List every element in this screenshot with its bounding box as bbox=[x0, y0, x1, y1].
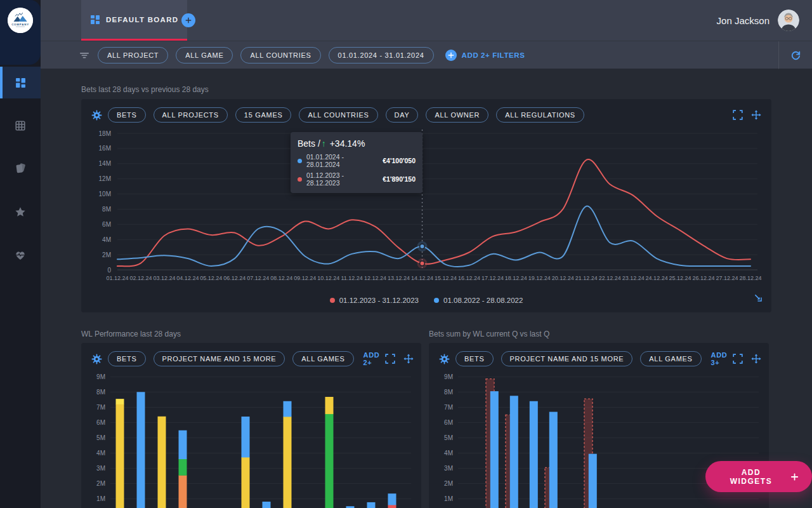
move-icon[interactable] bbox=[751, 354, 761, 364]
widget-filter-chips: BETSPROJECT NAME AND 15 MOREALL GAMES bbox=[455, 351, 702, 366]
svg-text:18.12.24: 18.12.24 bbox=[505, 275, 527, 281]
legend-dot bbox=[434, 298, 439, 303]
top-bar: DEFAULT BOARD Jon Jackson bbox=[41, 0, 812, 41]
widget-settings-button[interactable] bbox=[91, 354, 102, 364]
add-filter-link[interactable]: ADD 2+ bbox=[363, 351, 380, 366]
filter-chip[interactable]: ALL GAMES bbox=[640, 351, 701, 366]
add-filter-link[interactable]: ADD 3+ bbox=[711, 351, 728, 366]
svg-text:1M: 1M bbox=[96, 495, 105, 502]
svg-text:19.12.24: 19.12.24 bbox=[528, 275, 551, 281]
svg-text:0: 0 bbox=[107, 267, 111, 274]
widget-filter-chips: BETSALL PROJECTS15 GAMESALL COUNTRIESDAY… bbox=[108, 107, 584, 123]
filter-chip[interactable]: ALL REGULATIONS bbox=[496, 107, 584, 123]
tab-default-board[interactable]: DEFAULT BOARD bbox=[81, 0, 187, 41]
svg-text:3M: 3M bbox=[96, 465, 105, 472]
svg-text:16M: 16M bbox=[99, 145, 111, 152]
tooltip-title: Bets /↑ +34.14% bbox=[298, 138, 416, 149]
legend-item[interactable]: 01.12.2023 - 31.12.2023 bbox=[330, 297, 419, 304]
filter-chip[interactable]: ALL PROJECTS bbox=[154, 107, 228, 123]
sidebar-item-health[interactable] bbox=[0, 239, 41, 271]
filter-chip[interactable]: 15 GAMES bbox=[235, 107, 292, 123]
move-icon[interactable] bbox=[751, 110, 761, 120]
add-filters-label: ADD 2+ FILTERS bbox=[462, 51, 525, 59]
dashboard-icon bbox=[15, 77, 26, 88]
filter-chip[interactable]: PROJECT NAME AND 15 MORE bbox=[501, 351, 633, 366]
sidebar-item-favorites[interactable] bbox=[0, 196, 41, 228]
fullscreen-icon[interactable] bbox=[733, 354, 743, 364]
widget-wl-performance: BETSPROJECT NAME AND 15 MOREALL GAMES AD… bbox=[81, 343, 421, 508]
gear-icon bbox=[91, 354, 102, 364]
add-board-button[interactable] bbox=[181, 13, 195, 27]
svg-text:10.12.24: 10.12.24 bbox=[317, 275, 339, 281]
chart-tooltip: Bets /↑ +34.14% 01.01.2024 - 28.01.2024€… bbox=[291, 132, 422, 193]
user-menu[interactable]: Jon Jackson bbox=[717, 0, 799, 41]
filter-chip[interactable]: ALL OWNER bbox=[426, 107, 488, 123]
svg-text:5M: 5M bbox=[444, 434, 453, 441]
chart-legend: 01.12.2023 - 31.12.202301.08.2022 - 28.0… bbox=[81, 297, 771, 304]
sidebar-item-reports[interactable] bbox=[0, 152, 41, 184]
widget-settings-button[interactable] bbox=[439, 354, 450, 364]
svg-text:27.12.24: 27.12.24 bbox=[716, 275, 738, 281]
global-filter-chips: ALL PROJECTALL GAMEALL COUNTRIES01.01.20… bbox=[98, 47, 434, 64]
filter-chip[interactable]: ALL COUNTRIES bbox=[240, 47, 320, 64]
sidebar: COMPANY bbox=[0, 0, 41, 508]
refresh-button[interactable] bbox=[778, 41, 812, 69]
svg-text:17.12.24: 17.12.24 bbox=[481, 275, 504, 281]
svg-text:12.12.24: 12.12.24 bbox=[364, 275, 386, 281]
widget-settings-button[interactable] bbox=[91, 110, 102, 121]
tab-label: DEFAULT BOARD bbox=[106, 16, 178, 23]
tooltip-row: 01.12.2023 - 28.12.2023€1'890'150 bbox=[298, 171, 416, 187]
fullscreen-icon[interactable] bbox=[385, 354, 395, 364]
filter-chip[interactable]: 01.01.2024 - 31.01.2024 bbox=[329, 47, 434, 64]
filter-chip[interactable]: BETS bbox=[108, 351, 146, 366]
plus-icon bbox=[790, 472, 799, 482]
svg-text:10M: 10M bbox=[99, 190, 111, 197]
svg-text:20.12.24: 20.12.24 bbox=[552, 275, 574, 281]
filter-chip[interactable]: BETS bbox=[455, 351, 494, 366]
grid-icon bbox=[15, 120, 26, 131]
gear-icon bbox=[91, 110, 102, 121]
legend-item[interactable]: 01.08.2022 - 28.08.2022 bbox=[434, 297, 523, 304]
sidebar-item-widgets[interactable] bbox=[0, 110, 41, 142]
star-icon bbox=[15, 206, 26, 218]
filter-chip[interactable]: ALL COUNTRIES bbox=[299, 107, 377, 123]
svg-text:4M: 4M bbox=[96, 450, 105, 457]
wl-performance-bar-chart[interactable]: 1M2M3M4M5M6M7M8M9M bbox=[81, 343, 421, 508]
svg-text:7M: 7M bbox=[444, 404, 453, 411]
filter-chip[interactable]: PROJECT NAME AND 15 MORE bbox=[154, 351, 285, 366]
move-icon[interactable] bbox=[403, 354, 414, 364]
filter-icon[interactable] bbox=[79, 50, 90, 61]
filter-chip[interactable]: ALL PROJECT bbox=[98, 47, 168, 64]
filter-chip[interactable]: ALL GAMES bbox=[292, 351, 353, 366]
bets-line-chart[interactable]: 02M4M6M8M10M12M14M16M18M01.12.2402.12.24… bbox=[81, 99, 771, 312]
avatar[interactable] bbox=[778, 10, 799, 31]
svg-text:04.12.24: 04.12.24 bbox=[176, 275, 199, 281]
svg-text:28.12.24: 28.12.24 bbox=[739, 275, 761, 281]
widget-header: BETSPROJECT NAME AND 15 MOREALL GAMES AD… bbox=[81, 343, 421, 366]
svg-text:8M: 8M bbox=[444, 389, 453, 396]
add-widgets-button[interactable]: ADD WIDGETS bbox=[705, 461, 812, 492]
board-content: Bets last 28 days vs previous 28 days BE… bbox=[41, 69, 812, 508]
svg-text:8M: 8M bbox=[102, 206, 111, 213]
mountain-logo-icon: COMPANY bbox=[8, 8, 33, 33]
svg-text:01.12.24: 01.12.24 bbox=[106, 275, 128, 281]
widget-header: BETSPROJECT NAME AND 15 MOREALL GAMES AD… bbox=[429, 343, 769, 366]
company-logo[interactable]: COMPANY bbox=[8, 8, 33, 33]
fullscreen-icon[interactable] bbox=[733, 110, 743, 120]
add-filters-button[interactable]: ADD 2+ FILTERS bbox=[445, 50, 525, 61]
avatar-photo bbox=[778, 10, 799, 31]
cards-icon bbox=[15, 163, 26, 174]
svg-text:05.12.24: 05.12.24 bbox=[200, 275, 222, 281]
widget-header: BETSALL PROJECTS15 GAMESALL COUNTRIESDAY… bbox=[81, 99, 771, 123]
filter-chip[interactable]: DAY bbox=[386, 107, 419, 123]
add-widgets-label: ADD WIDGETS bbox=[721, 468, 782, 486]
filter-chip[interactable]: ALL GAME bbox=[176, 47, 233, 64]
tooltip-row: 01.01.2024 - 28.01.2024€4'100'050 bbox=[298, 153, 416, 168]
svg-text:2M: 2M bbox=[444, 480, 453, 487]
svg-text:12M: 12M bbox=[99, 175, 111, 182]
sidebar-item-dashboards[interactable] bbox=[0, 67, 41, 98]
filter-chip[interactable]: BETS bbox=[108, 107, 146, 123]
section-title-wl: WL Performance last 28 days bbox=[81, 330, 181, 338]
svg-text:14.12.24: 14.12.24 bbox=[411, 275, 433, 281]
filter-bar: ALL PROJECTALL GAMEALL COUNTRIES01.01.20… bbox=[41, 41, 812, 69]
